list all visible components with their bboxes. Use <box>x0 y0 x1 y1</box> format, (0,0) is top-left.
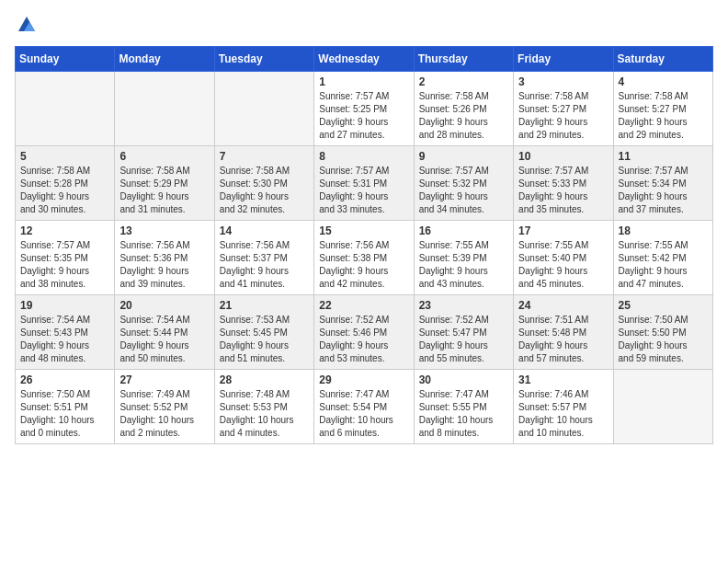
logo-icon <box>17 15 37 35</box>
day-number: 7 <box>220 150 309 163</box>
calendar-day-cell: 17Sunrise: 7:55 AM Sunset: 5:40 PM Dayli… <box>514 221 613 295</box>
day-number: 22 <box>319 299 408 312</box>
calendar-day-cell <box>115 72 214 146</box>
day-number: 24 <box>518 299 608 312</box>
day-number: 3 <box>518 75 608 88</box>
calendar-day-cell: 6Sunrise: 7:58 AM Sunset: 5:29 PM Daylig… <box>115 146 214 221</box>
day-info: Sunrise: 7:54 AM Sunset: 5:43 PM Dayligh… <box>20 314 109 365</box>
day-info: Sunrise: 7:53 AM Sunset: 5:45 PM Dayligh… <box>220 314 309 365</box>
calendar-day-cell: 13Sunrise: 7:56 AM Sunset: 5:36 PM Dayli… <box>115 221 214 295</box>
weekday-header-friday: Friday <box>514 47 613 72</box>
logo <box>15 15 37 35</box>
day-info: Sunrise: 7:57 AM Sunset: 5:31 PM Dayligh… <box>319 165 408 216</box>
calendar-day-cell: 12Sunrise: 7:57 AM Sunset: 5:35 PM Dayli… <box>16 221 115 295</box>
calendar-day-cell: 7Sunrise: 7:58 AM Sunset: 5:30 PM Daylig… <box>214 146 313 221</box>
calendar-day-cell: 27Sunrise: 7:49 AM Sunset: 5:52 PM Dayli… <box>115 370 214 444</box>
weekday-header-thursday: Thursday <box>414 47 513 72</box>
calendar-day-cell: 3Sunrise: 7:58 AM Sunset: 5:27 PM Daylig… <box>514 72 613 146</box>
calendar-day-cell: 21Sunrise: 7:53 AM Sunset: 5:45 PM Dayli… <box>214 295 313 370</box>
calendar-week-row: 12Sunrise: 7:57 AM Sunset: 5:35 PM Dayli… <box>16 221 713 295</box>
day-number: 21 <box>220 299 309 312</box>
day-number: 17 <box>518 224 608 237</box>
day-number: 23 <box>419 299 508 312</box>
calendar-day-cell: 29Sunrise: 7:47 AM Sunset: 5:54 PM Dayli… <box>314 370 414 444</box>
calendar-day-cell: 1Sunrise: 7:57 AM Sunset: 5:25 PM Daylig… <box>314 72 414 146</box>
calendar-day-cell: 16Sunrise: 7:55 AM Sunset: 5:39 PM Dayli… <box>414 221 513 295</box>
calendar-day-cell <box>214 72 313 146</box>
calendar-day-cell: 9Sunrise: 7:57 AM Sunset: 5:32 PM Daylig… <box>414 146 513 221</box>
day-number: 4 <box>619 75 708 88</box>
calendar-day-cell: 26Sunrise: 7:50 AM Sunset: 5:51 PM Dayli… <box>16 370 115 444</box>
calendar-week-row: 19Sunrise: 7:54 AM Sunset: 5:43 PM Dayli… <box>16 295 713 370</box>
day-info: Sunrise: 7:58 AM Sunset: 5:29 PM Dayligh… <box>119 165 209 216</box>
day-info: Sunrise: 7:48 AM Sunset: 5:53 PM Dayligh… <box>220 388 309 440</box>
day-number: 11 <box>619 150 708 163</box>
day-number: 20 <box>119 299 209 312</box>
calendar-day-cell: 10Sunrise: 7:57 AM Sunset: 5:33 PM Dayli… <box>514 146 613 221</box>
day-info: Sunrise: 7:46 AM Sunset: 5:57 PM Dayligh… <box>518 388 608 440</box>
calendar-day-cell: 5Sunrise: 7:58 AM Sunset: 5:28 PM Daylig… <box>16 146 115 221</box>
calendar-day-cell: 23Sunrise: 7:52 AM Sunset: 5:47 PM Dayli… <box>414 295 513 370</box>
day-number: 28 <box>220 373 309 386</box>
day-number: 30 <box>419 373 508 386</box>
day-number: 27 <box>119 373 209 386</box>
calendar-day-cell: 24Sunrise: 7:51 AM Sunset: 5:48 PM Dayli… <box>514 295 613 370</box>
calendar-day-cell <box>16 72 115 146</box>
calendar-day-cell: 2Sunrise: 7:58 AM Sunset: 5:26 PM Daylig… <box>414 72 513 146</box>
day-number: 31 <box>518 373 608 386</box>
day-info: Sunrise: 7:57 AM Sunset: 5:32 PM Dayligh… <box>419 165 508 216</box>
calendar-week-row: 5Sunrise: 7:58 AM Sunset: 5:28 PM Daylig… <box>16 146 713 221</box>
day-info: Sunrise: 7:50 AM Sunset: 5:50 PM Dayligh… <box>619 314 708 365</box>
weekday-header-saturday: Saturday <box>613 47 712 72</box>
calendar-day-cell: 22Sunrise: 7:52 AM Sunset: 5:46 PM Dayli… <box>314 295 414 370</box>
day-info: Sunrise: 7:51 AM Sunset: 5:48 PM Dayligh… <box>518 314 608 365</box>
calendar-week-row: 26Sunrise: 7:50 AM Sunset: 5:51 PM Dayli… <box>16 370 713 444</box>
day-info: Sunrise: 7:47 AM Sunset: 5:54 PM Dayligh… <box>319 388 408 440</box>
day-info: Sunrise: 7:52 AM Sunset: 5:47 PM Dayligh… <box>419 314 508 365</box>
day-info: Sunrise: 7:58 AM Sunset: 5:27 PM Dayligh… <box>518 90 608 142</box>
calendar-day-cell: 18Sunrise: 7:55 AM Sunset: 5:42 PM Dayli… <box>613 221 712 295</box>
day-info: Sunrise: 7:58 AM Sunset: 5:28 PM Dayligh… <box>20 165 109 216</box>
calendar-day-cell <box>613 370 712 444</box>
calendar-day-cell: 19Sunrise: 7:54 AM Sunset: 5:43 PM Dayli… <box>16 295 115 370</box>
day-info: Sunrise: 7:58 AM Sunset: 5:27 PM Dayligh… <box>619 90 708 142</box>
day-info: Sunrise: 7:57 AM Sunset: 5:34 PM Dayligh… <box>619 165 708 216</box>
calendar-day-cell: 14Sunrise: 7:56 AM Sunset: 5:37 PM Dayli… <box>214 221 313 295</box>
weekday-header-row: SundayMondayTuesdayWednesdayThursdayFrid… <box>16 47 713 72</box>
day-info: Sunrise: 7:54 AM Sunset: 5:44 PM Dayligh… <box>119 314 209 365</box>
weekday-header-monday: Monday <box>115 47 214 72</box>
day-number: 26 <box>20 373 109 386</box>
calendar-day-cell: 11Sunrise: 7:57 AM Sunset: 5:34 PM Dayli… <box>613 146 712 221</box>
calendar-day-cell: 20Sunrise: 7:54 AM Sunset: 5:44 PM Dayli… <box>115 295 214 370</box>
day-number: 6 <box>119 150 209 163</box>
calendar-day-cell: 8Sunrise: 7:57 AM Sunset: 5:31 PM Daylig… <box>314 146 414 221</box>
day-info: Sunrise: 7:58 AM Sunset: 5:26 PM Dayligh… <box>419 90 508 142</box>
day-info: Sunrise: 7:55 AM Sunset: 5:40 PM Dayligh… <box>518 239 608 291</box>
calendar-day-cell: 28Sunrise: 7:48 AM Sunset: 5:53 PM Dayli… <box>214 370 313 444</box>
weekday-header-wednesday: Wednesday <box>314 47 414 72</box>
calendar-day-cell: 30Sunrise: 7:47 AM Sunset: 5:55 PM Dayli… <box>414 370 513 444</box>
day-info: Sunrise: 7:49 AM Sunset: 5:52 PM Dayligh… <box>119 388 209 440</box>
day-number: 13 <box>119 224 209 237</box>
weekday-header-sunday: Sunday <box>16 47 115 72</box>
day-number: 5 <box>20 150 109 163</box>
day-number: 19 <box>20 299 109 312</box>
day-number: 15 <box>319 224 408 237</box>
day-info: Sunrise: 7:56 AM Sunset: 5:36 PM Dayligh… <box>119 239 209 291</box>
calendar-day-cell: 4Sunrise: 7:58 AM Sunset: 5:27 PM Daylig… <box>613 72 712 146</box>
day-info: Sunrise: 7:55 AM Sunset: 5:42 PM Dayligh… <box>619 239 708 291</box>
calendar-day-cell: 31Sunrise: 7:46 AM Sunset: 5:57 PM Dayli… <box>514 370 613 444</box>
day-info: Sunrise: 7:52 AM Sunset: 5:46 PM Dayligh… <box>319 314 408 365</box>
calendar-week-row: 1Sunrise: 7:57 AM Sunset: 5:25 PM Daylig… <box>16 72 713 146</box>
calendar-day-cell: 15Sunrise: 7:56 AM Sunset: 5:38 PM Dayli… <box>314 221 414 295</box>
day-info: Sunrise: 7:56 AM Sunset: 5:37 PM Dayligh… <box>220 239 309 291</box>
day-info: Sunrise: 7:47 AM Sunset: 5:55 PM Dayligh… <box>419 388 508 440</box>
day-number: 14 <box>220 224 309 237</box>
day-number: 25 <box>619 299 708 312</box>
day-info: Sunrise: 7:57 AM Sunset: 5:33 PM Dayligh… <box>518 165 608 216</box>
day-info: Sunrise: 7:58 AM Sunset: 5:30 PM Dayligh… <box>220 165 309 216</box>
day-number: 16 <box>419 224 508 237</box>
day-info: Sunrise: 7:57 AM Sunset: 5:25 PM Dayligh… <box>319 90 408 142</box>
day-info: Sunrise: 7:55 AM Sunset: 5:39 PM Dayligh… <box>419 239 508 291</box>
day-number: 29 <box>319 373 408 386</box>
